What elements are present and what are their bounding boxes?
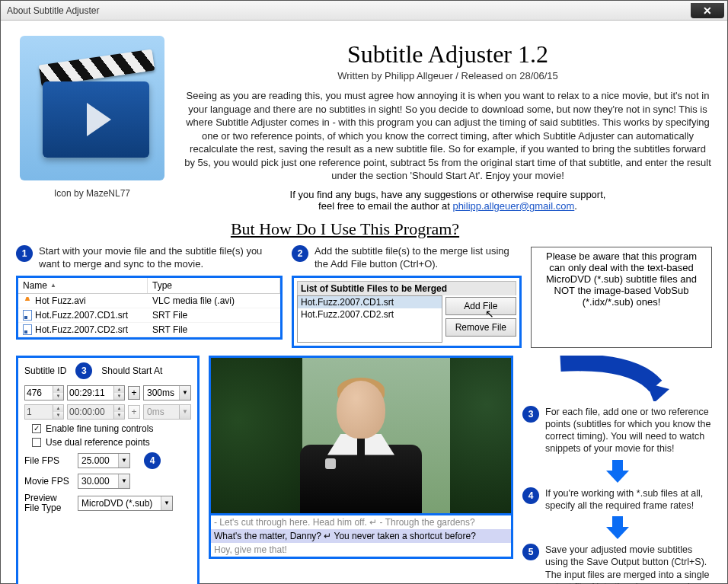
fine-tuning-checkbox[interactable]: ✓	[32, 424, 41, 433]
svg-marker-0	[647, 383, 669, 401]
arrow-down-icon	[605, 460, 631, 483]
step-1-text: Start with your movie file and the subti…	[39, 245, 283, 271]
sort-asc-icon: ▲	[50, 282, 56, 289]
step-badge-4: 4	[144, 452, 161, 469]
merge-panel: List of Subtitle Files to be Merged Hot.…	[292, 276, 522, 348]
svg-rect-3	[612, 516, 623, 527]
close-button[interactable]: ✕	[691, 3, 724, 18]
step-badge-4b: 4	[522, 487, 539, 504]
plus-button-2: +	[128, 405, 140, 419]
close-icon: ✕	[703, 5, 712, 17]
chevron-down-icon: ▼	[179, 386, 190, 400]
time-spinner-2: ▲▼	[67, 404, 125, 420]
file-fps-label: File FPS	[24, 455, 72, 466]
play-icon	[87, 103, 111, 136]
srt-icon	[23, 324, 32, 335]
chevron-down-icon: ▼	[179, 405, 190, 419]
chevron-down-icon: ▼	[118, 454, 129, 468]
should-start-label: Should Start At	[101, 365, 162, 376]
icon-credit: Icon by MazeNL77	[54, 188, 130, 199]
titlebar: About Subtitle Adjuster ✕	[1, 1, 727, 21]
chevron-down-icon: ▼	[161, 496, 172, 510]
reference-panel: Subtitle ID 3 Should Start At ▲▼ ▲▼ + 30…	[16, 356, 200, 584]
step-badge-3b: 3	[522, 406, 539, 423]
subtitle-id-spinner[interactable]: ▲▼	[24, 385, 64, 401]
step-badge-1: 1	[16, 245, 33, 262]
arrow-down-icon	[605, 516, 631, 539]
step-badge-5: 5	[522, 544, 539, 560]
file-fps-combo[interactable]: 25.000▼	[78, 453, 130, 468]
step-2-text: Add the subtitle file(s) to the merge li…	[315, 245, 522, 271]
col-type[interactable]: Type	[148, 278, 280, 293]
subtitle-line: - Let's cut through here. Head him off. …	[209, 515, 513, 529]
arrow-curved-icon	[557, 356, 679, 401]
file-table: Name ▲ Type Hot Fuzz.avi VLC media file …	[16, 276, 283, 340]
step-5-text: Save your adjusted movie subtitles using…	[545, 544, 712, 584]
byline: Written by Philipp Allgeuer / Released o…	[184, 70, 712, 81]
vlc-icon	[23, 297, 32, 305]
email-link[interactable]: philipp.allgeuer@gmail.com	[452, 200, 574, 212]
plus-button[interactable]: +	[128, 386, 140, 400]
dual-ref-checkbox[interactable]	[32, 438, 41, 447]
app-icon	[20, 36, 164, 180]
step-4-text: If you're working with *.sub files at al…	[545, 487, 712, 512]
svg-marker-2	[606, 471, 629, 483]
merge-title: List of Subtitle Files to be Merged	[297, 281, 516, 295]
table-row[interactable]: Hot.Fuzz.2007.CD1.srt SRT File	[18, 308, 280, 323]
video-preview	[209, 356, 513, 515]
list-item[interactable]: Hot.Fuzz.2007.CD2.srt	[298, 308, 442, 321]
srt-icon	[23, 310, 32, 321]
svg-rect-1	[612, 460, 623, 471]
note-box: Please be aware that this program can on…	[531, 247, 712, 348]
preview-type-label: Preview File Type	[24, 493, 72, 513]
app-title: Subtitle Adjuster 1.2	[184, 40, 712, 69]
table-row[interactable]: Hot Fuzz.avi VLC media file (.avi)	[18, 294, 280, 308]
subtitle-line-selected[interactable]: What's the matter, Danny? ↵ You never ta…	[209, 529, 513, 543]
about-dialog: About Subtitle Adjuster ✕ Icon by MazeNL…	[0, 0, 728, 584]
subtitle-preview: - Let's cut through here. Head him off. …	[209, 515, 513, 559]
window-title: About Subtitle Adjuster	[7, 5, 99, 16]
ms-combo[interactable]: 300ms▼	[143, 385, 191, 401]
step-badge-3: 3	[75, 362, 92, 379]
subtitle-id-label: Subtitle ID	[24, 365, 66, 376]
subtitle-line: Hoy, give me that!	[209, 543, 513, 559]
svg-marker-4	[606, 527, 629, 539]
ms-combo-2: 0ms▼	[143, 404, 191, 420]
time-spinner[interactable]: ▲▼	[67, 385, 125, 401]
support-line: If you find any bugs, have any suggestio…	[184, 189, 712, 212]
merge-list[interactable]: Hot.Fuzz.2007.CD1.srt Hot.Fuzz.2007.CD2.…	[297, 295, 442, 343]
chevron-down-icon: ▼	[118, 474, 129, 488]
list-item[interactable]: Hot.Fuzz.2007.CD1.srt	[298, 296, 442, 308]
add-file-button[interactable]: Add File	[445, 297, 516, 315]
movie-fps-label: Movie FPS	[24, 476, 72, 487]
step-3-text: For each file, add one or two reference …	[545, 406, 712, 455]
preview-type-combo[interactable]: MicroDVD (*.sub)▼	[78, 496, 173, 511]
table-row[interactable]: Hot.Fuzz.2007.CD2.srt SRT File	[18, 323, 280, 337]
col-name[interactable]: Name ▲	[18, 278, 148, 293]
howto-heading: But How Do I Use This Program?	[176, 219, 514, 239]
intro-text: Seeing as you are reading this, you must…	[184, 89, 712, 183]
movie-fps-combo[interactable]: 30.000▼	[78, 474, 130, 489]
remove-file-button[interactable]: Remove File	[445, 318, 516, 337]
subtitle-id-spinner-2: ▲▼	[24, 404, 64, 420]
step-badge-2: 2	[292, 245, 308, 262]
